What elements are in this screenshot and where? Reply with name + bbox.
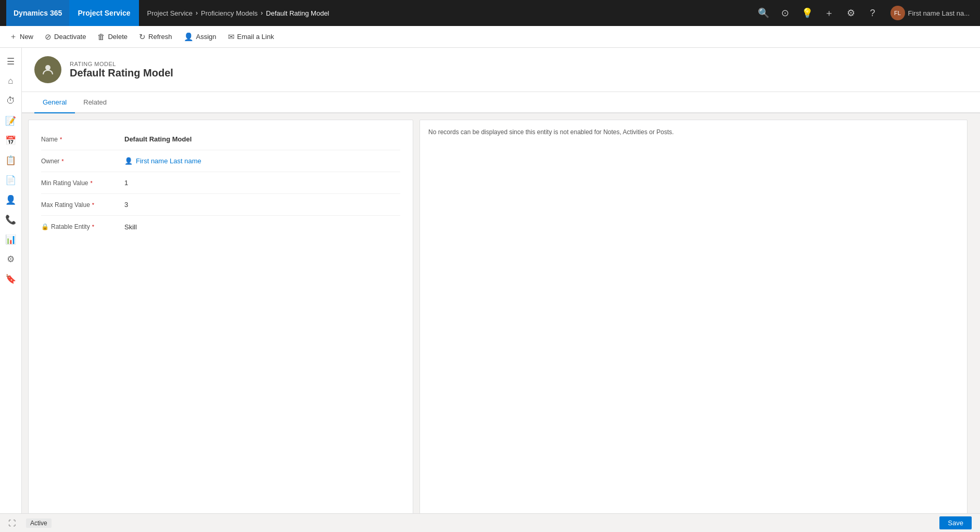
sidebar-menu-icon[interactable]: ☰ bbox=[2, 52, 20, 71]
refresh-icon: ↻ bbox=[139, 32, 146, 42]
status-badge: Active bbox=[26, 518, 52, 528]
form-panel-layout: Name * Default Rating Model Owner * bbox=[22, 113, 980, 513]
field-owner-value[interactable]: 👤 First name Last name bbox=[124, 157, 400, 165]
project-service-brand[interactable]: Project Service bbox=[69, 0, 138, 26]
brand-area: Dynamics 365 Project Service bbox=[6, 0, 139, 26]
lightbulb-icon[interactable]: 💡 bbox=[799, 5, 816, 21]
search-icon[interactable]: 🔍 bbox=[755, 5, 772, 21]
field-min-value: 1 bbox=[124, 179, 400, 187]
refresh-button[interactable]: ↻ Refresh bbox=[134, 29, 177, 45]
expand-icon[interactable]: ⛶ bbox=[8, 519, 16, 527]
sidebar-invoice-icon[interactable]: 📋 bbox=[2, 151, 20, 170]
user-name: First name Last na... bbox=[908, 9, 970, 17]
top-nav-right: 🔍 ⊙ 💡 ＋ ⚙ ? FL First name Last na... bbox=[755, 4, 974, 22]
form-column: Name * Default Rating Model Owner * bbox=[28, 120, 413, 513]
tab-related[interactable]: Related bbox=[75, 92, 115, 113]
add-icon[interactable]: ＋ bbox=[821, 5, 837, 21]
record-name: Default Rating Model bbox=[70, 67, 173, 79]
sidebar-recent-icon[interactable]: ⏱ bbox=[2, 92, 20, 110]
breadcrumb: Project Service › Proficiency Models › D… bbox=[139, 9, 338, 17]
breadcrumb-link-2[interactable]: Proficiency Models bbox=[201, 9, 258, 17]
field-min-rating-row: Min Rating Value * 1 bbox=[41, 172, 400, 194]
sidebar-report-icon[interactable]: 📊 bbox=[2, 230, 20, 249]
field-owner-label: Owner * bbox=[41, 158, 124, 165]
compass-icon[interactable]: ⊙ bbox=[777, 5, 794, 21]
record-type: RATING MODEL bbox=[70, 61, 173, 67]
sidebar-phone-icon[interactable]: 📞 bbox=[2, 210, 20, 229]
status-bar: ⛶ Active Save bbox=[0, 513, 980, 532]
deactivate-icon: ⊘ bbox=[45, 32, 52, 42]
lock-icon: 🔒 bbox=[41, 223, 49, 230]
field-ratable-row: 🔒 Ratable Entity * Skill bbox=[41, 216, 400, 238]
save-button[interactable]: Save bbox=[939, 516, 972, 529]
new-icon: ＋ bbox=[9, 32, 17, 42]
assign-icon: 👤 bbox=[184, 32, 194, 42]
field-max-rating-row: Max Rating Value * 3 bbox=[41, 194, 400, 216]
breadcrumb-sep-2: › bbox=[261, 9, 263, 17]
form-section: Name * Default Rating Model Owner * bbox=[28, 120, 413, 513]
record-avatar bbox=[34, 56, 61, 83]
deactivate-button[interactable]: ⊘ Deactivate bbox=[40, 29, 91, 45]
content-area: RATING MODEL Default Rating Model Genera… bbox=[22, 48, 980, 513]
sidebar-user-icon[interactable]: 👤 bbox=[2, 190, 20, 209]
delete-icon: 🗑 bbox=[97, 32, 105, 41]
form-fields: Name * Default Rating Model Owner * bbox=[29, 120, 413, 246]
sidebar-notes-icon[interactable]: 📝 bbox=[2, 111, 20, 130]
top-navigation: Dynamics 365 Project Service Project Ser… bbox=[0, 0, 980, 26]
breadcrumb-sep-1: › bbox=[196, 9, 198, 17]
max-required-star: * bbox=[92, 202, 94, 208]
sidebar-settings-icon[interactable]: ⚙ bbox=[2, 250, 20, 268]
owner-required-star: * bbox=[61, 158, 63, 164]
dynamics-brand[interactable]: Dynamics 365 bbox=[6, 0, 69, 26]
field-name-row: Name * Default Rating Model bbox=[41, 128, 400, 150]
sidebar-nav: ☰ ⌂ ⏱ 📝 📅 📋 📄 👤 📞 📊 ⚙ 🔖 bbox=[0, 48, 22, 513]
field-max-value: 3 bbox=[124, 201, 400, 209]
svg-point-0 bbox=[45, 65, 50, 70]
ratable-required-star: * bbox=[92, 224, 94, 230]
command-bar: ＋ New ⊘ Deactivate 🗑 Delete ↻ Refresh 👤 … bbox=[0, 26, 980, 48]
breadcrumb-link-1[interactable]: Project Service bbox=[147, 9, 193, 17]
field-max-label: Max Rating Value * bbox=[41, 201, 124, 209]
email-icon: ✉ bbox=[228, 32, 235, 42]
user-avatar: FL bbox=[890, 6, 905, 20]
field-name-value: Default Rating Model bbox=[124, 135, 400, 143]
sidebar-bookmark-icon[interactable]: 🔖 bbox=[2, 269, 20, 288]
sidebar-home-icon[interactable]: ⌂ bbox=[2, 72, 20, 90]
record-title-area: RATING MODEL Default Rating Model bbox=[70, 61, 173, 79]
settings-icon[interactable]: ⚙ bbox=[843, 5, 859, 21]
assign-button[interactable]: 👤 Assign bbox=[179, 29, 222, 45]
field-name-label: Name * bbox=[41, 136, 124, 143]
field-owner-row: Owner * 👤 First name Last name bbox=[41, 150, 400, 172]
tab-general[interactable]: General bbox=[34, 92, 75, 113]
owner-person-icon: 👤 bbox=[124, 157, 133, 165]
sidebar-document-icon[interactable]: 📄 bbox=[2, 171, 20, 189]
notes-panel: No records can be displayed since this e… bbox=[419, 120, 968, 513]
email-link-button[interactable]: ✉ Email a Link bbox=[223, 29, 279, 45]
field-ratable-value: Skill bbox=[124, 223, 400, 231]
required-star: * bbox=[60, 136, 62, 142]
new-button[interactable]: ＋ New bbox=[4, 29, 39, 45]
help-icon[interactable]: ? bbox=[864, 5, 881, 21]
status-bar-right: Save bbox=[939, 516, 972, 529]
record-header: RATING MODEL Default Rating Model bbox=[22, 48, 980, 92]
panel-message: No records can be displayed since this e… bbox=[428, 128, 959, 136]
field-ratable-label: 🔒 Ratable Entity * bbox=[41, 223, 124, 230]
main-layout: ☰ ⌂ ⏱ 📝 📅 📋 📄 👤 📞 📊 ⚙ 🔖 RATING MODEL Def… bbox=[0, 48, 980, 513]
delete-button[interactable]: 🗑 Delete bbox=[92, 29, 133, 44]
min-required-star: * bbox=[91, 180, 93, 186]
user-profile[interactable]: FL First name Last na... bbox=[886, 4, 974, 22]
breadcrumb-current: Default Rating Model bbox=[266, 9, 329, 17]
sidebar-calendar-icon[interactable]: 📅 bbox=[2, 131, 20, 150]
field-min-label: Min Rating Value * bbox=[41, 179, 124, 187]
tab-bar: General Related bbox=[22, 92, 980, 113]
